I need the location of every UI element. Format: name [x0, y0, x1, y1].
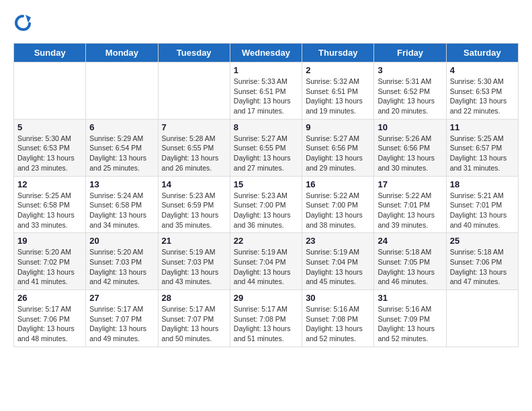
day-number: 27 — [89, 293, 154, 303]
calendar-cell: 19Sunrise: 5:20 AM Sunset: 7:02 PM Dayli… — [14, 233, 86, 290]
day-number: 21 — [162, 236, 226, 246]
calendar-cell: 18Sunrise: 5:21 AM Sunset: 7:01 PM Dayli… — [446, 176, 518, 233]
day-number: 23 — [306, 236, 370, 246]
day-info: Sunrise: 5:16 AM Sunset: 7:08 PM Dayligh… — [306, 304, 370, 344]
day-number: 24 — [378, 236, 442, 246]
day-info: Sunrise: 5:26 AM Sunset: 6:56 PM Dayligh… — [378, 134, 442, 173]
day-info: Sunrise: 5:17 AM Sunset: 7:06 PM Dayligh… — [17, 304, 82, 344]
calendar-cell: 23Sunrise: 5:19 AM Sunset: 7:04 PM Dayli… — [302, 233, 374, 290]
calendar-cell: 30Sunrise: 5:16 AM Sunset: 7:08 PM Dayli… — [302, 290, 374, 347]
logo — [13, 13, 35, 32]
day-number: 2 — [306, 65, 370, 75]
day-info: Sunrise: 5:17 AM Sunset: 7:07 PM Dayligh… — [162, 304, 226, 344]
page-header — [13, 13, 519, 32]
calendar-cell: 24Sunrise: 5:18 AM Sunset: 7:05 PM Dayli… — [374, 233, 446, 290]
calendar-cell: 4Sunrise: 5:30 AM Sunset: 6:53 PM Daylig… — [446, 62, 518, 120]
day-number: 12 — [17, 179, 82, 189]
calendar-cell: 6Sunrise: 5:29 AM Sunset: 6:54 PM Daylig… — [86, 119, 158, 176]
day-info: Sunrise: 5:21 AM Sunset: 7:01 PM Dayligh… — [450, 191, 515, 230]
day-number: 1 — [234, 65, 298, 75]
day-of-week-header: Tuesday — [158, 44, 230, 62]
calendar-cell: 28Sunrise: 5:17 AM Sunset: 7:07 PM Dayli… — [158, 290, 230, 347]
day-number: 22 — [234, 236, 298, 246]
day-info: Sunrise: 5:19 AM Sunset: 7:03 PM Dayligh… — [162, 247, 226, 287]
calendar-cell: 9Sunrise: 5:27 AM Sunset: 6:56 PM Daylig… — [302, 119, 374, 176]
calendar-cell: 2Sunrise: 5:32 AM Sunset: 6:51 PM Daylig… — [302, 62, 374, 120]
day-number: 19 — [17, 236, 82, 246]
calendar-cell — [86, 62, 158, 120]
calendar-cell — [158, 62, 230, 120]
day-info: Sunrise: 5:17 AM Sunset: 7:08 PM Dayligh… — [234, 304, 298, 344]
calendar-cell: 13Sunrise: 5:24 AM Sunset: 6:58 PM Dayli… — [86, 176, 158, 233]
day-info: Sunrise: 5:25 AM Sunset: 6:57 PM Dayligh… — [450, 134, 515, 173]
calendar: SundayMondayTuesdayWednesdayThursdayFrid… — [13, 43, 519, 347]
day-of-week-header: Thursday — [302, 44, 374, 62]
day-number: 6 — [89, 122, 154, 132]
day-number: 9 — [306, 122, 370, 132]
day-number: 25 — [450, 236, 515, 246]
day-info: Sunrise: 5:30 AM Sunset: 6:53 PM Dayligh… — [17, 134, 82, 173]
calendar-week-row: 1Sunrise: 5:33 AM Sunset: 6:51 PM Daylig… — [14, 62, 519, 120]
day-info: Sunrise: 5:16 AM Sunset: 7:09 PM Dayligh… — [378, 304, 442, 344]
day-info: Sunrise: 5:18 AM Sunset: 7:06 PM Dayligh… — [450, 247, 515, 287]
calendar-header-row: SundayMondayTuesdayWednesdayThursdayFrid… — [14, 44, 519, 62]
calendar-cell: 7Sunrise: 5:28 AM Sunset: 6:55 PM Daylig… — [158, 119, 230, 176]
day-info: Sunrise: 5:20 AM Sunset: 7:03 PM Dayligh… — [89, 247, 154, 287]
calendar-cell: 16Sunrise: 5:22 AM Sunset: 7:00 PM Dayli… — [302, 176, 374, 233]
calendar-cell: 1Sunrise: 5:33 AM Sunset: 6:51 PM Daylig… — [230, 62, 302, 120]
logo-icon — [13, 13, 32, 32]
calendar-cell: 8Sunrise: 5:27 AM Sunset: 6:55 PM Daylig… — [230, 119, 302, 176]
calendar-week-row: 5Sunrise: 5:30 AM Sunset: 6:53 PM Daylig… — [14, 119, 519, 176]
calendar-cell: 17Sunrise: 5:22 AM Sunset: 7:01 PM Dayli… — [374, 176, 446, 233]
day-info: Sunrise: 5:29 AM Sunset: 6:54 PM Dayligh… — [89, 134, 154, 173]
day-info: Sunrise: 5:19 AM Sunset: 7:04 PM Dayligh… — [306, 247, 370, 287]
day-info: Sunrise: 5:18 AM Sunset: 7:05 PM Dayligh… — [378, 247, 442, 287]
day-info: Sunrise: 5:20 AM Sunset: 7:02 PM Dayligh… — [17, 247, 82, 287]
calendar-cell: 27Sunrise: 5:17 AM Sunset: 7:07 PM Dayli… — [86, 290, 158, 347]
calendar-cell: 15Sunrise: 5:23 AM Sunset: 7:00 PM Dayli… — [230, 176, 302, 233]
day-info: Sunrise: 5:17 AM Sunset: 7:07 PM Dayligh… — [89, 304, 154, 344]
day-info: Sunrise: 5:23 AM Sunset: 7:00 PM Dayligh… — [234, 191, 298, 230]
calendar-cell: 25Sunrise: 5:18 AM Sunset: 7:06 PM Dayli… — [446, 233, 518, 290]
day-info: Sunrise: 5:23 AM Sunset: 6:59 PM Dayligh… — [162, 191, 226, 230]
day-number: 31 — [378, 293, 442, 303]
day-info: Sunrise: 5:31 AM Sunset: 6:52 PM Dayligh… — [378, 77, 442, 116]
day-of-week-header: Sunday — [14, 44, 86, 62]
day-of-week-header: Wednesday — [230, 44, 302, 62]
day-of-week-header: Monday — [86, 44, 158, 62]
calendar-cell: 22Sunrise: 5:19 AM Sunset: 7:04 PM Dayli… — [230, 233, 302, 290]
calendar-cell: 11Sunrise: 5:25 AM Sunset: 6:57 PM Dayli… — [446, 119, 518, 176]
day-number: 5 — [17, 122, 82, 132]
day-number: 29 — [234, 293, 298, 303]
day-info: Sunrise: 5:33 AM Sunset: 6:51 PM Dayligh… — [234, 77, 298, 116]
calendar-cell — [446, 290, 518, 347]
day-info: Sunrise: 5:27 AM Sunset: 6:55 PM Dayligh… — [234, 134, 298, 173]
day-number: 11 — [450, 122, 515, 132]
calendar-cell: 26Sunrise: 5:17 AM Sunset: 7:06 PM Dayli… — [14, 290, 86, 347]
day-info: Sunrise: 5:28 AM Sunset: 6:55 PM Dayligh… — [162, 134, 226, 173]
day-number: 30 — [306, 293, 370, 303]
day-number: 4 — [450, 65, 515, 75]
day-number: 10 — [378, 122, 442, 132]
calendar-cell: 14Sunrise: 5:23 AM Sunset: 6:59 PM Dayli… — [158, 176, 230, 233]
calendar-cell: 20Sunrise: 5:20 AM Sunset: 7:03 PM Dayli… — [86, 233, 158, 290]
calendar-week-row: 19Sunrise: 5:20 AM Sunset: 7:02 PM Dayli… — [14, 233, 519, 290]
day-info: Sunrise: 5:24 AM Sunset: 6:58 PM Dayligh… — [89, 191, 154, 230]
day-number: 8 — [234, 122, 298, 132]
day-number: 16 — [306, 179, 370, 189]
day-number: 28 — [162, 293, 226, 303]
day-number: 3 — [378, 65, 442, 75]
day-info: Sunrise: 5:30 AM Sunset: 6:53 PM Dayligh… — [450, 77, 515, 116]
calendar-week-row: 26Sunrise: 5:17 AM Sunset: 7:06 PM Dayli… — [14, 290, 519, 347]
day-number: 7 — [162, 122, 226, 132]
calendar-cell: 29Sunrise: 5:17 AM Sunset: 7:08 PM Dayli… — [230, 290, 302, 347]
calendar-cell: 12Sunrise: 5:25 AM Sunset: 6:58 PM Dayli… — [14, 176, 86, 233]
day-number: 17 — [378, 179, 442, 189]
day-number: 26 — [17, 293, 82, 303]
day-number: 15 — [234, 179, 298, 189]
calendar-week-row: 12Sunrise: 5:25 AM Sunset: 6:58 PM Dayli… — [14, 176, 519, 233]
day-info: Sunrise: 5:25 AM Sunset: 6:58 PM Dayligh… — [17, 191, 82, 230]
day-info: Sunrise: 5:32 AM Sunset: 6:51 PM Dayligh… — [306, 77, 370, 116]
calendar-cell: 10Sunrise: 5:26 AM Sunset: 6:56 PM Dayli… — [374, 119, 446, 176]
calendar-cell: 3Sunrise: 5:31 AM Sunset: 6:52 PM Daylig… — [374, 62, 446, 120]
